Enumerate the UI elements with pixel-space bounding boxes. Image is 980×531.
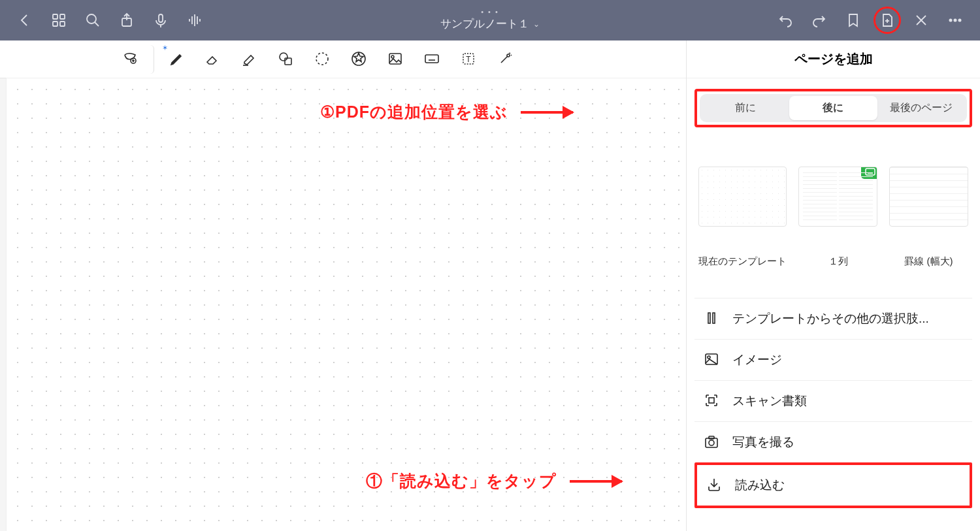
menu-image[interactable]: イメージ — [694, 339, 972, 380]
eraser-tool[interactable] — [195, 45, 231, 74]
title-bar: • • • サンプルノート１ ⌄ — [0, 0, 980, 40]
svg-rect-29 — [389, 54, 401, 64]
mic-button[interactable] — [144, 0, 178, 40]
template-label: 罫線 (幅大) — [889, 255, 968, 268]
back-button[interactable] — [8, 0, 42, 40]
bookmark-icon — [845, 12, 861, 28]
menu-label: イメージ — [732, 351, 782, 368]
segment-last[interactable]: 最後のページ — [877, 96, 965, 120]
laser-tool[interactable] — [487, 45, 524, 74]
pen-icon — [168, 51, 185, 68]
keyboard-tool[interactable] — [414, 45, 451, 74]
sticker-tool[interactable] — [341, 45, 378, 74]
menu-import[interactable]: 読み込む — [694, 462, 972, 508]
close-button[interactable] — [904, 0, 938, 40]
add-page-button[interactable] — [870, 0, 904, 40]
zoom-page-icon — [122, 51, 139, 68]
menu-label: スキャン書類 — [732, 393, 807, 410]
svg-point-46 — [709, 440, 714, 445]
template-one-column[interactable]: １列 — [798, 167, 877, 268]
segment-after[interactable]: 後に — [789, 96, 877, 120]
keyboard-icon — [424, 51, 441, 68]
svg-rect-0 — [53, 14, 57, 19]
zoom-page-tool[interactable] — [118, 45, 154, 74]
template-row: 現在のテンプレート １列 罫線 (幅大) — [694, 167, 972, 268]
search-icon — [85, 12, 101, 28]
svg-point-4 — [87, 14, 96, 24]
keyboard-badge-icon — [861, 167, 877, 179]
svg-rect-47 — [709, 436, 714, 439]
bluetooth-icon: ✶ — [162, 44, 168, 52]
segment-before[interactable]: 前に — [702, 96, 789, 120]
svg-rect-26 — [285, 58, 291, 65]
eraser-icon — [204, 51, 221, 68]
pen-tool[interactable]: ✶ — [158, 45, 195, 74]
camera-icon — [704, 434, 721, 451]
redo-icon — [811, 12, 827, 28]
shapes-icon — [278, 51, 295, 68]
redo-button[interactable] — [802, 0, 836, 40]
menu-label: テンプレートからその他の選択肢... — [732, 310, 929, 327]
import-icon — [706, 477, 723, 494]
bookmark-button[interactable] — [836, 0, 870, 40]
template-icon — [704, 310, 721, 327]
svg-line-5 — [95, 22, 99, 26]
waveform-icon — [187, 12, 203, 28]
grid-view-button[interactable] — [42, 0, 76, 40]
svg-point-43 — [708, 356, 710, 359]
menu-more-templates[interactable]: テンプレートからその他の選択肢... — [694, 298, 972, 339]
grid-icon — [51, 12, 67, 28]
text-tool[interactable]: T — [451, 45, 487, 74]
template-ruled-large[interactable]: 罫線 (幅大) — [889, 167, 968, 268]
document-title-area[interactable]: • • • サンプルノート１ ⌄ — [440, 10, 540, 31]
svg-rect-44 — [709, 398, 714, 403]
template-thumb-current — [698, 167, 787, 227]
undo-button[interactable] — [768, 0, 802, 40]
template-label: 現在のテンプレート — [698, 255, 787, 268]
svg-rect-40 — [866, 169, 875, 175]
share-button[interactable] — [110, 0, 144, 40]
svg-point-30 — [391, 56, 394, 58]
svg-rect-3 — [60, 22, 65, 26]
svg-point-25 — [280, 53, 287, 61]
shapes-tool[interactable] — [268, 45, 304, 74]
undo-icon — [777, 12, 793, 28]
menu-scan[interactable]: スキャン書類 — [694, 380, 972, 421]
template-current[interactable]: 現在のテンプレート — [698, 167, 787, 268]
scan-icon — [704, 393, 721, 410]
template-thumb-one-column — [798, 167, 877, 227]
lasso-tool[interactable] — [304, 45, 341, 74]
add-page-panel: ページを追加 前に 後に 最後のページ 現在のテンプレート １列 — [686, 40, 980, 531]
template-thumb-ruled — [889, 167, 968, 227]
menu-label: 写真を撮る — [732, 434, 794, 451]
drag-handle-icon: • • • — [440, 10, 540, 14]
document-title: サンプルノート１ — [440, 16, 529, 31]
image-tool[interactable] — [378, 45, 414, 74]
svg-point-20 — [958, 19, 960, 21]
chevron-left-icon — [17, 12, 33, 28]
highlighter-tool[interactable] — [231, 45, 268, 74]
image-icon — [704, 351, 721, 368]
svg-point-39 — [507, 54, 510, 57]
menu-take-photo[interactable]: 写真を撮る — [694, 421, 972, 462]
svg-rect-45 — [706, 438, 717, 447]
svg-point-18 — [949, 19, 951, 21]
search-button[interactable] — [76, 0, 110, 40]
panel-menu: テンプレートからその他の選択肢... イメージ スキャン書類 写真を撮る 読み込… — [694, 298, 972, 508]
titlebar-left-group — [8, 0, 212, 40]
menu-label: 読み込む — [735, 477, 785, 494]
svg-point-27 — [316, 53, 328, 65]
lasso-icon — [314, 51, 331, 68]
more-button[interactable] — [938, 0, 972, 40]
audio-wave-button[interactable] — [178, 0, 212, 40]
titlebar-right-group — [768, 0, 972, 40]
highlighter-icon — [241, 51, 258, 68]
note-canvas[interactable] — [7, 78, 686, 531]
svg-rect-1 — [60, 14, 65, 19]
close-icon — [913, 12, 929, 28]
svg-rect-2 — [53, 22, 57, 26]
template-label: １列 — [798, 255, 877, 268]
svg-text:T: T — [466, 55, 471, 64]
chevron-down-icon: ⌄ — [533, 19, 540, 28]
star-badge-icon — [351, 51, 368, 68]
